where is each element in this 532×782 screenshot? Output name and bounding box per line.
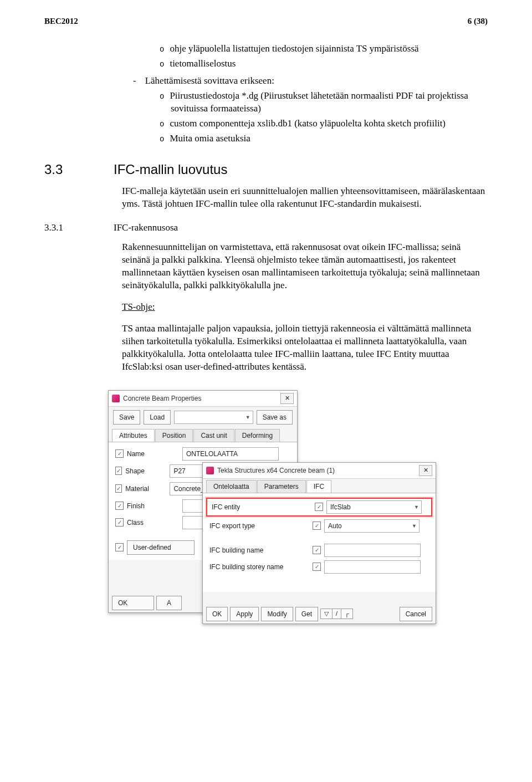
load-button[interactable]: Load — [144, 410, 171, 425]
ifc-entity-dropdown[interactable]: IfcSlab▼ — [326, 500, 422, 514]
preset-dropdown[interactable]: ▼ — [174, 411, 253, 424]
tab-ontelolaatta[interactable]: Ontelolaatta — [206, 480, 257, 493]
paragraph: TS antaa mallintajalle paljon vapauksia,… — [122, 323, 488, 374]
checkbox[interactable]: ✓ — [315, 503, 323, 511]
list-item: Muita omia asetuksia — [160, 132, 488, 145]
list-item: tietomalliselostus — [160, 58, 488, 70]
ts-ohje-label: TS-ohje: — [122, 301, 488, 314]
toggle-buttons[interactable]: ▽ / ┌ — [320, 609, 353, 619]
get-button[interactable]: Get — [295, 607, 318, 621]
ok-button[interactable]: OK — [206, 607, 228, 621]
checkbox[interactable]: ✓ — [115, 449, 124, 458]
a-button[interactable]: A — [156, 596, 182, 610]
class-label: Class — [127, 519, 179, 527]
paragraph: IFC-malleja käytetään usein eri suunnitt… — [122, 185, 488, 211]
ifc-building-storey-name-label: IFC building storey name — [209, 563, 309, 571]
tekla-icon — [206, 467, 214, 474]
modify-button[interactable]: Modify — [261, 607, 293, 621]
ok-button[interactable]: OK — [112, 596, 154, 610]
finish-label: Finish — [127, 502, 179, 510]
tab-ifc[interactable]: IFC — [306, 480, 331, 493]
save-button[interactable]: Save — [113, 410, 140, 425]
save-as-button[interactable]: Save as — [257, 410, 293, 425]
shape-label: Shape — [125, 467, 166, 475]
list-item: ohje yläpuolella listattujen tiedostojen… — [160, 43, 488, 55]
tekla-icon — [112, 395, 120, 402]
name-field[interactable]: ONTELOLAATTA — [182, 447, 279, 461]
name-label: Name — [127, 450, 179, 458]
material-label: Material — [125, 485, 166, 493]
checkbox[interactable]: ✓ — [313, 546, 321, 554]
doc-header-right: 6 (38) — [468, 17, 488, 26]
tab-attributes[interactable]: Attributes — [112, 429, 155, 442]
close-icon[interactable]: ✕ — [280, 393, 294, 404]
concrete-beam-dialog: Tekla Structures x64 Concrete beam (1) ✕… — [202, 462, 436, 624]
apply-button[interactable]: Apply — [230, 607, 259, 621]
tab-cast-unit[interactable]: Cast unit — [193, 429, 234, 442]
dialog-title: Tekla Structures x64 Concrete beam (1) — [217, 467, 416, 474]
ifc-building-name-label: IFC building name — [209, 546, 309, 554]
paragraph: Rakennesuunnittelijan on varmistettava, … — [122, 241, 488, 292]
tab-position[interactable]: Position — [155, 429, 193, 442]
checkbox[interactable]: ✓ — [115, 502, 124, 510]
tab-parameters[interactable]: Parameters — [257, 480, 306, 493]
toggle-icon[interactable]: ▽ — [321, 609, 332, 619]
checkbox[interactable]: ✓ — [115, 467, 122, 475]
dialog-screenshot-area: Concrete Beam Properties ✕ Save Load ▼ S… — [108, 390, 507, 623]
ifc-export-type-label: IFC export type — [209, 522, 309, 530]
list-item: Piirustustiedostoja *.dg (Piirustukset l… — [160, 90, 488, 115]
user-defined-button[interactable]: User-defined — [127, 540, 195, 555]
ifc-export-type-dropdown[interactable]: Auto▼ — [324, 519, 420, 533]
checkbox[interactable]: ✓ — [313, 563, 321, 571]
doc-header-left: BEC2012 — [44, 17, 78, 26]
checkbox[interactable]: ✓ — [115, 484, 122, 493]
checkbox[interactable]: ✓ — [115, 518, 124, 527]
checkbox[interactable]: ✓ — [115, 543, 124, 551]
pre-section: ohje yläpuolella listattujen tiedostojen… — [122, 43, 488, 145]
ifc-entity-label: IFC entity — [212, 503, 311, 511]
checkbox[interactable]: ✓ — [313, 522, 321, 530]
dialog-title: Concrete Beam Properties — [123, 395, 277, 402]
cancel-button[interactable]: Cancel — [400, 607, 432, 621]
list-item: Lähettämisestä sovittava erikseen: — [133, 75, 488, 88]
ifc-building-name-field[interactable] — [324, 544, 421, 557]
toggle-icon[interactable]: ┌ — [341, 609, 352, 619]
list-item: custom componentteja xslib.db1 (katso yl… — [160, 117, 488, 130]
section-heading-3-3: 3.3IFC-mallin luovutus — [44, 162, 488, 177]
section-heading-3-3-1: 3.3.1IFC-rakennusosa — [44, 222, 488, 233]
close-icon[interactable]: ✕ — [419, 465, 432, 476]
tab-deforming[interactable]: Deforming — [235, 429, 280, 442]
toggle-icon[interactable]: / — [332, 609, 341, 619]
ifc-building-storey-name-field[interactable] — [324, 560, 421, 574]
